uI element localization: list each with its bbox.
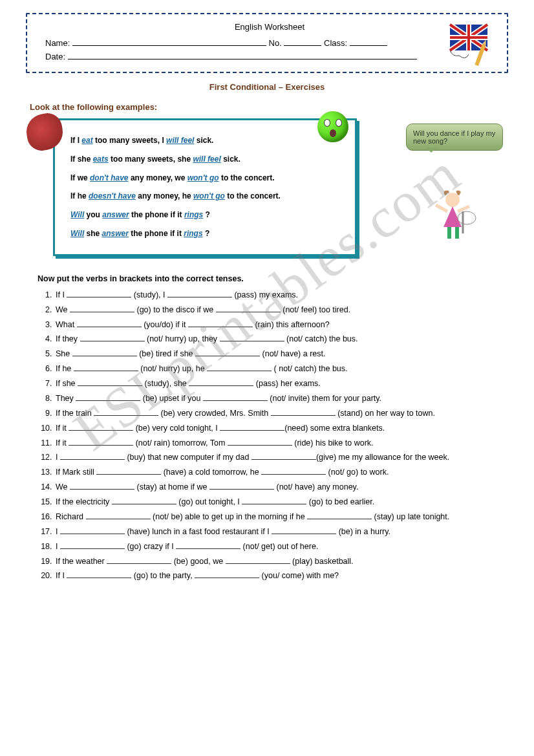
fill-blank[interactable] [86, 511, 151, 519]
fill-blank[interactable] [112, 496, 176, 504]
exercise-item: If he (not/ hurry) up, he ( not/ catch) … [54, 362, 508, 376]
fill-blank[interactable] [69, 437, 133, 446]
example-line: If he doesn't have any money, he won't g… [70, 189, 342, 204]
svg-rect-9 [455, 227, 459, 239]
exercise-item: If it (be) very cold tonight, I (need) s… [54, 422, 508, 436]
fill-blank[interactable] [77, 319, 142, 327]
no-label: No. [269, 38, 282, 48]
exercise-item: If the electricity (go) out tonight, I (… [54, 495, 508, 510]
fill-blank[interactable] [94, 407, 158, 416]
fill-blank[interactable] [67, 289, 131, 297]
fill-blank[interactable] [78, 378, 142, 386]
fill-blank[interactable] [242, 496, 306, 504]
header-row-1: Name: No. Class: [45, 38, 494, 48]
svg-rect-4 [467, 25, 470, 50]
instruction: Now put the verbs in brackets into the c… [37, 274, 508, 283]
fill-blank[interactable] [60, 541, 125, 549]
fill-blank[interactable] [307, 511, 372, 519]
fill-blank[interactable] [176, 541, 240, 549]
fill-blank[interactable] [220, 422, 284, 431]
fill-blank[interactable] [251, 451, 316, 460]
fill-blank[interactable] [195, 570, 259, 578]
examples-area: If I eat too many sweets, I will feel si… [26, 118, 508, 256]
fill-blank[interactable] [207, 363, 272, 371]
examples-box: If I eat too many sweets, I will feel si… [53, 118, 357, 256]
exercise-item: Richard (not/ be) able to get up in the … [54, 510, 508, 524]
exercise-item: If she (study), she (pass) her exams. [54, 377, 508, 391]
fill-blank[interactable] [188, 319, 253, 327]
speech-bubble: Will you dance if I play my new song? [406, 124, 503, 151]
header-box: English Worksheet Name: No. Class: Date: [26, 13, 508, 73]
fill-blank[interactable] [67, 570, 131, 578]
uk-flag-pencil-icon [446, 18, 498, 70]
fill-blank[interactable] [96, 466, 161, 475]
examples-intro: Look at the following examples: [30, 102, 508, 112]
exercise-item: If the weather (be) good, we (play) bask… [54, 555, 508, 569]
example-line: If we don't have any money, we won't go … [70, 171, 342, 186]
fill-blank[interactable] [69, 422, 133, 431]
fill-blank[interactable] [272, 526, 336, 534]
name-label: Name: [45, 38, 70, 48]
svg-line-10 [436, 205, 447, 211]
exercise-item: We (go) to the disco if we (not/ feel) t… [54, 303, 508, 318]
fill-blank[interactable] [209, 481, 274, 490]
fill-blank[interactable] [107, 556, 171, 564]
svg-line-11 [458, 206, 469, 211]
exercise-item: We (stay) at home if we (not/ have) any … [54, 481, 508, 495]
svg-point-7 [445, 193, 460, 207]
header-row-2: Date: [45, 52, 494, 61]
exercise-item: I (have) lunch in a fast food restaurant… [54, 525, 508, 539]
exercise-list: If I (study), I (pass) my exams.We (go) … [26, 288, 508, 584]
sick-face-icon [317, 111, 348, 142]
svg-rect-8 [447, 227, 451, 239]
exercise-item: If the train (be) very crowded, Mrs. Smi… [54, 407, 508, 421]
exercise-item: I (buy) that new computer if my dad (giv… [54, 451, 508, 465]
fill-blank[interactable] [226, 556, 290, 564]
fill-blank[interactable] [70, 481, 134, 490]
candy-icon [24, 111, 66, 153]
worksheet-title: English Worksheet [45, 22, 494, 32]
fill-blank[interactable] [70, 304, 134, 312]
exercise-item: If it (not/ rain) tomorrow, Tom (ride) h… [54, 437, 508, 451]
example-line: If I eat too many sweets, I will feel si… [70, 133, 342, 148]
exercise-item: If they (not/ hurry) up, they (not/ catc… [54, 332, 508, 347]
exercise-item: If I (go) to the party, (you/ come) with… [54, 569, 508, 583]
exercise-item: If I (study), I (pass) my exams. [54, 288, 508, 303]
exercise-item: They (be) upset if you (not/ invite) the… [54, 392, 508, 406]
fill-blank[interactable] [60, 526, 125, 534]
fill-blank[interactable] [228, 437, 292, 446]
fill-blank[interactable] [220, 333, 284, 341]
fill-blank[interactable] [74, 363, 138, 371]
fill-blank[interactable] [189, 378, 253, 386]
example-line: If she eats too many sweets, she will fe… [70, 152, 342, 167]
section-title: First Conditional – Exercises [26, 82, 508, 92]
example-line: Will you answer the phone if it rings ? [70, 208, 342, 222]
exercise-item: She (be) tired if she (not/ have) a rest… [54, 347, 508, 362]
fill-blank[interactable] [72, 348, 137, 356]
fill-blank[interactable] [80, 333, 145, 341]
date-label: Date: [45, 52, 65, 61]
example-line: Will she answer the phone if it rings ? [70, 226, 342, 241]
dancing-girl-icon [428, 189, 480, 248]
class-label: Class: [324, 38, 347, 48]
exercise-item: What (you/do) if it (rain) this afternoo… [54, 318, 508, 332]
fill-blank[interactable] [76, 393, 140, 401]
fill-blank[interactable] [167, 289, 232, 297]
fill-blank[interactable] [271, 407, 336, 416]
fill-blank[interactable] [60, 451, 125, 460]
svg-point-12 [458, 211, 476, 224]
exercise-item: I (go) crazy if I (not/ get) out of here… [54, 540, 508, 554]
fill-blank[interactable] [195, 348, 260, 356]
fill-blank[interactable] [203, 393, 268, 401]
exercise-item: If Mark still (have) a cold tomorrow, he… [54, 466, 508, 480]
fill-blank[interactable] [261, 466, 326, 475]
fill-blank[interactable] [216, 304, 281, 312]
